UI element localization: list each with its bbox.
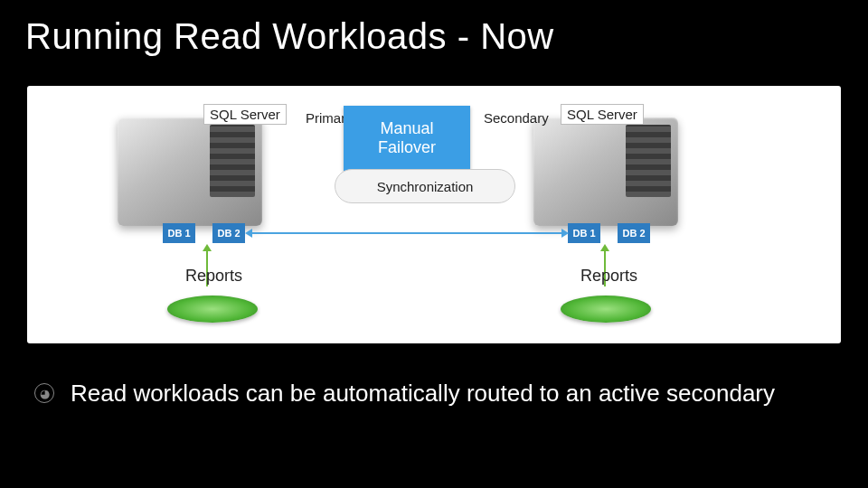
report-disc-left-icon xyxy=(167,296,258,323)
report-disc-right-icon xyxy=(561,296,651,323)
failover-box: Manual Failover xyxy=(344,106,470,171)
server-right-label: SQL Server xyxy=(561,104,644,125)
slide-title: Running Read Workloads - Now xyxy=(0,0,868,57)
sync-cloud: Synchronization xyxy=(335,169,515,203)
reports-label-right: Reports xyxy=(580,267,637,286)
reports-label-left: Reports xyxy=(185,267,242,286)
server-left-label: SQL Server xyxy=(203,104,287,125)
db-left-1: DB 1 xyxy=(163,223,195,243)
failover-line1: Manual xyxy=(344,119,470,138)
sync-arrow-icon xyxy=(251,232,562,234)
db-right-1: DB 1 xyxy=(568,223,600,243)
failover-line2: Failover xyxy=(344,138,470,157)
db-right-2: DB 2 xyxy=(618,223,650,243)
server-left-icon xyxy=(118,117,262,226)
clock-icon: ◕ xyxy=(34,383,54,403)
footer-text: Read workloads can be automatically rout… xyxy=(71,380,775,408)
role-secondary-label: Secondary xyxy=(484,110,549,126)
db-left-2: DB 2 xyxy=(212,223,245,243)
server-right-icon xyxy=(533,117,678,226)
footer-callout: ◕ Read workloads can be automatically ro… xyxy=(0,357,868,429)
diagram-area: SQL Server SQL Server Primary Secondary … xyxy=(27,86,841,343)
slide: Running Read Workloads - Now SQL Server … xyxy=(0,0,868,488)
